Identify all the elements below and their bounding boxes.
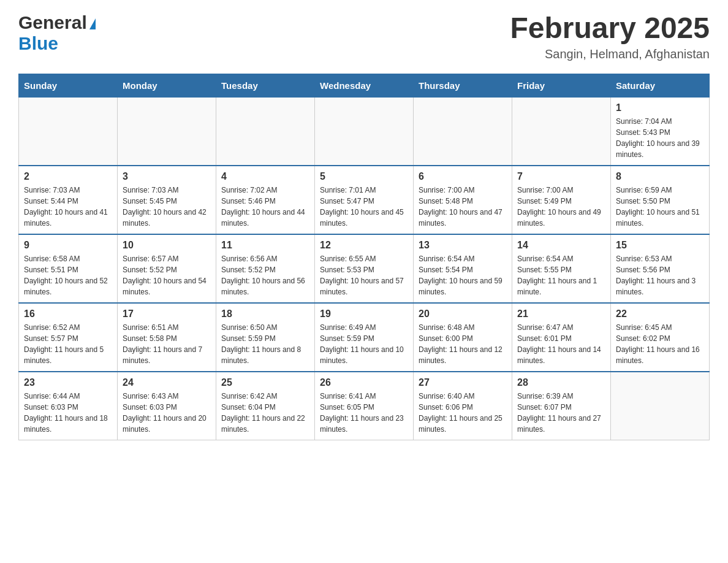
table-row: 16Sunrise: 6:52 AMSunset: 5:57 PMDayligh…: [19, 303, 118, 372]
table-row: [414, 97, 512, 166]
day-number: 16: [24, 308, 112, 320]
day-info: Sunrise: 7:00 AMSunset: 5:48 PMDaylight:…: [419, 185, 507, 229]
day-info: Sunrise: 6:57 AMSunset: 5:52 PMDaylight:…: [123, 253, 211, 297]
day-number: 14: [517, 240, 605, 251]
col-sunday: Sunday: [19, 74, 118, 97]
day-number: 15: [616, 240, 704, 251]
table-row: 15Sunrise: 6:53 AMSunset: 5:56 PMDayligh…: [611, 234, 710, 303]
table-row: 28Sunrise: 6:39 AMSunset: 6:07 PMDayligh…: [512, 372, 611, 440]
table-row: 11Sunrise: 6:56 AMSunset: 5:52 PMDayligh…: [216, 234, 315, 303]
logo-general: General: [18, 12, 87, 33]
day-info: Sunrise: 6:40 AMSunset: 6:06 PMDaylight:…: [419, 391, 507, 435]
table-row: [19, 97, 118, 166]
table-row: 25Sunrise: 6:42 AMSunset: 6:04 PMDayligh…: [216, 372, 315, 440]
day-number: 1: [616, 102, 704, 113]
table-row: 27Sunrise: 6:40 AMSunset: 6:06 PMDayligh…: [414, 372, 512, 440]
day-info: Sunrise: 7:03 AMSunset: 5:44 PMDaylight:…: [24, 185, 112, 229]
day-info: Sunrise: 6:59 AMSunset: 5:50 PMDaylight:…: [616, 185, 704, 229]
day-info: Sunrise: 6:58 AMSunset: 5:51 PMDaylight:…: [24, 253, 112, 297]
day-number: 26: [320, 377, 408, 388]
table-row: [315, 97, 414, 166]
day-number: 4: [221, 171, 309, 182]
table-row: 6Sunrise: 7:00 AMSunset: 5:48 PMDaylight…: [414, 166, 512, 234]
day-number: 10: [123, 240, 211, 251]
day-info: Sunrise: 6:53 AMSunset: 5:56 PMDaylight:…: [616, 253, 704, 297]
calendar-table: Sunday Monday Tuesday Wednesday Thursday…: [18, 74, 710, 440]
day-info: Sunrise: 6:55 AMSunset: 5:53 PMDaylight:…: [320, 253, 408, 297]
col-thursday: Thursday: [414, 74, 512, 97]
table-row: 19Sunrise: 6:49 AMSunset: 5:59 PMDayligh…: [315, 303, 414, 372]
day-info: Sunrise: 6:49 AMSunset: 5:59 PMDaylight:…: [320, 322, 408, 366]
calendar-header-row: Sunday Monday Tuesday Wednesday Thursday…: [19, 74, 710, 97]
day-number: 2: [24, 171, 112, 182]
day-number: 24: [123, 377, 211, 388]
location-subtitle: Sangin, Helmand, Afghanistan: [510, 47, 710, 61]
calendar-week-1: 1Sunrise: 7:04 AMSunset: 5:43 PMDaylight…: [19, 97, 710, 166]
logo-blue: Blue: [18, 33, 58, 53]
day-number: 9: [24, 240, 112, 251]
table-row: [611, 372, 710, 440]
day-number: 27: [419, 377, 507, 388]
title-area: February 2025 Sangin, Helmand, Afghanist…: [510, 12, 710, 61]
table-row: [216, 97, 315, 166]
day-info: Sunrise: 6:51 AMSunset: 5:58 PMDaylight:…: [123, 322, 211, 366]
day-info: Sunrise: 6:50 AMSunset: 5:59 PMDaylight:…: [221, 322, 309, 366]
day-number: 12: [320, 240, 408, 251]
day-number: 25: [221, 377, 309, 388]
col-wednesday: Wednesday: [315, 74, 414, 97]
table-row: 23Sunrise: 6:44 AMSunset: 6:03 PMDayligh…: [19, 372, 118, 440]
calendar-week-5: 23Sunrise: 6:44 AMSunset: 6:03 PMDayligh…: [19, 372, 710, 440]
day-info: Sunrise: 6:56 AMSunset: 5:52 PMDaylight:…: [221, 253, 309, 297]
day-number: 20: [419, 308, 507, 320]
day-info: Sunrise: 6:54 AMSunset: 5:54 PMDaylight:…: [419, 253, 507, 297]
day-info: Sunrise: 7:04 AMSunset: 5:43 PMDaylight:…: [616, 116, 704, 160]
day-info: Sunrise: 6:41 AMSunset: 6:05 PMDaylight:…: [320, 391, 408, 435]
table-row: 10Sunrise: 6:57 AMSunset: 5:52 PMDayligh…: [118, 234, 216, 303]
table-row: 17Sunrise: 6:51 AMSunset: 5:58 PMDayligh…: [118, 303, 216, 372]
day-info: Sunrise: 6:39 AMSunset: 6:07 PMDaylight:…: [517, 391, 605, 435]
day-number: 19: [320, 308, 408, 320]
table-row: 2Sunrise: 7:03 AMSunset: 5:44 PMDaylight…: [19, 166, 118, 234]
day-info: Sunrise: 6:44 AMSunset: 6:03 PMDaylight:…: [24, 391, 112, 435]
month-title: February 2025: [510, 12, 710, 45]
day-number: 3: [123, 171, 211, 182]
logo: General Blue: [18, 12, 96, 54]
table-row: 9Sunrise: 6:58 AMSunset: 5:51 PMDaylight…: [19, 234, 118, 303]
col-monday: Monday: [118, 74, 216, 97]
table-row: 26Sunrise: 6:41 AMSunset: 6:05 PMDayligh…: [315, 372, 414, 440]
table-row: 8Sunrise: 6:59 AMSunset: 5:50 PMDaylight…: [611, 166, 710, 234]
day-info: Sunrise: 6:48 AMSunset: 6:00 PMDaylight:…: [419, 322, 507, 366]
col-friday: Friday: [512, 74, 611, 97]
day-info: Sunrise: 7:00 AMSunset: 5:49 PMDaylight:…: [517, 185, 605, 229]
table-row: [512, 97, 611, 166]
table-row: 13Sunrise: 6:54 AMSunset: 5:54 PMDayligh…: [414, 234, 512, 303]
page-header: General Blue February 2025 Sangin, Helma…: [18, 12, 710, 61]
day-number: 23: [24, 377, 112, 388]
table-row: 21Sunrise: 6:47 AMSunset: 6:01 PMDayligh…: [512, 303, 611, 372]
table-row: 4Sunrise: 7:02 AMSunset: 5:46 PMDaylight…: [216, 166, 315, 234]
table-row: 20Sunrise: 6:48 AMSunset: 6:00 PMDayligh…: [414, 303, 512, 372]
day-number: 11: [221, 240, 309, 251]
day-number: 18: [221, 308, 309, 320]
calendar-week-4: 16Sunrise: 6:52 AMSunset: 5:57 PMDayligh…: [19, 303, 710, 372]
day-info: Sunrise: 6:43 AMSunset: 6:03 PMDaylight:…: [123, 391, 211, 435]
day-number: 6: [419, 171, 507, 182]
col-tuesday: Tuesday: [216, 74, 315, 97]
day-info: Sunrise: 7:02 AMSunset: 5:46 PMDaylight:…: [221, 185, 309, 229]
col-saturday: Saturday: [611, 74, 710, 97]
table-row: 22Sunrise: 6:45 AMSunset: 6:02 PMDayligh…: [611, 303, 710, 372]
day-info: Sunrise: 7:03 AMSunset: 5:45 PMDaylight:…: [123, 185, 211, 229]
table-row: 3Sunrise: 7:03 AMSunset: 5:45 PMDaylight…: [118, 166, 216, 234]
table-row: 14Sunrise: 6:54 AMSunset: 5:55 PMDayligh…: [512, 234, 611, 303]
table-row: 24Sunrise: 6:43 AMSunset: 6:03 PMDayligh…: [118, 372, 216, 440]
table-row: 5Sunrise: 7:01 AMSunset: 5:47 PMDaylight…: [315, 166, 414, 234]
day-number: 22: [616, 308, 704, 320]
day-number: 8: [616, 171, 704, 182]
day-number: 21: [517, 308, 605, 320]
day-info: Sunrise: 6:42 AMSunset: 6:04 PMDaylight:…: [221, 391, 309, 435]
day-number: 5: [320, 171, 408, 182]
calendar-week-3: 9Sunrise: 6:58 AMSunset: 5:51 PMDaylight…: [19, 234, 710, 303]
day-info: Sunrise: 6:47 AMSunset: 6:01 PMDaylight:…: [517, 322, 605, 366]
calendar-week-2: 2Sunrise: 7:03 AMSunset: 5:44 PMDaylight…: [19, 166, 710, 234]
day-number: 13: [419, 240, 507, 251]
